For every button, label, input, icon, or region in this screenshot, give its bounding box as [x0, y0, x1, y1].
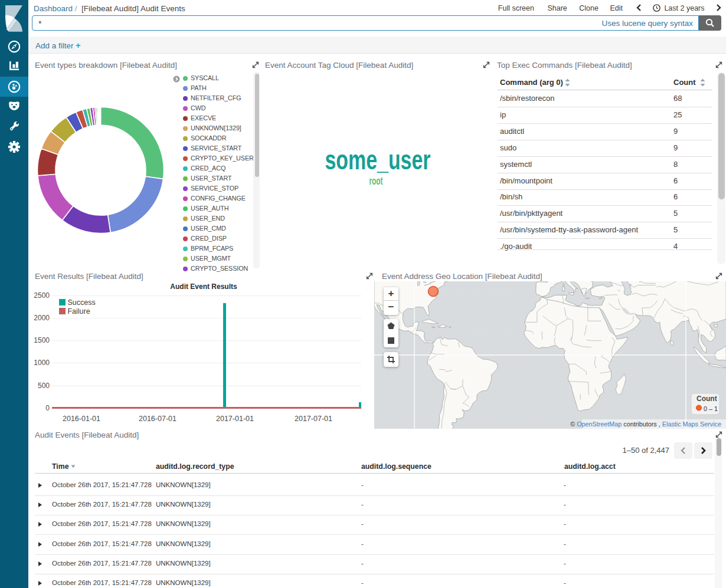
svg-text:0 – 1: 0 – 1: [704, 405, 718, 412]
svg-text:© OpenStreetMap contributors ,: © OpenStreetMap contributors , Elastic M…: [570, 421, 721, 428]
svg-text:some_user: some_user: [325, 144, 431, 175]
svg-text:Count: Count: [696, 395, 717, 403]
svg-text:root: root: [369, 175, 383, 187]
